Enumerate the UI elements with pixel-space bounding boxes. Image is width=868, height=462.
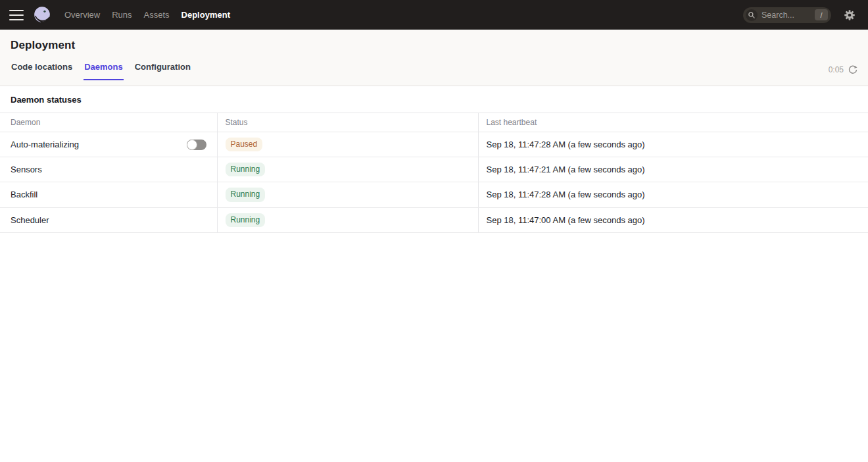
topbar: Overview Runs Assets Deployment /: [0, 0, 868, 30]
tab-code-locations[interactable]: Code locations: [11, 62, 73, 80]
search-input[interactable]: [761, 11, 815, 20]
search-box[interactable]: /: [743, 7, 831, 23]
refresh-area: 0:05: [829, 65, 857, 80]
daemon-name: Sensors: [11, 165, 42, 174]
table-header-row: Daemon Status Last heartbeat: [0, 113, 868, 132]
daemon-table: Daemon Status Last heartbeat Auto-materi…: [0, 113, 868, 233]
table-row: Scheduler Running Sep 18, 11:47:00 AM (a…: [0, 207, 868, 232]
nav-overview[interactable]: Overview: [63, 7, 101, 22]
tabs: Code locations Daemons Configuration: [11, 62, 191, 80]
section-heading: Daemon statuses: [0, 86, 868, 113]
tab-daemons[interactable]: Daemons: [84, 62, 124, 80]
refresh-countdown: 0:05: [829, 65, 844, 74]
toggle-switch[interactable]: [187, 140, 206, 150]
table-row: Backfill Running Sep 18, 11:47:28 AM (a …: [0, 182, 868, 207]
column-header-daemon: Daemon: [0, 113, 217, 132]
daemon-name: Backfill: [11, 190, 37, 199]
toggle-knob: [187, 140, 197, 150]
last-heartbeat: Sep 18, 11:47:28 AM (a few seconds ago): [478, 182, 868, 207]
column-header-last-heartbeat: Last heartbeat: [478, 113, 868, 132]
status-badge: Running: [226, 213, 266, 227]
last-heartbeat: Sep 18, 11:47:00 AM (a few seconds ago): [478, 207, 868, 232]
dagster-logo[interactable]: [33, 6, 51, 24]
column-header-status: Status: [217, 113, 478, 132]
nav-runs[interactable]: Runs: [110, 7, 133, 22]
gear-icon[interactable]: [843, 9, 856, 22]
status-badge: Running: [226, 163, 266, 176]
nav-assets[interactable]: Assets: [143, 7, 171, 22]
daemon-name: Scheduler: [11, 215, 49, 225]
refresh-icon[interactable]: [848, 65, 857, 74]
table-row: Auto-materializing Paused Sep 18, 11:47:…: [0, 132, 868, 157]
tab-configuration[interactable]: Configuration: [134, 62, 191, 80]
last-heartbeat: Sep 18, 11:47:21 AM (a few seconds ago): [478, 157, 868, 182]
last-heartbeat: Sep 18, 11:47:28 AM (a few seconds ago): [478, 132, 868, 157]
daemon-name: Auto-materializing: [11, 140, 79, 149]
search-icon: [746, 9, 758, 21]
status-badge: Running: [226, 188, 266, 201]
menu-icon[interactable]: [9, 10, 24, 20]
page-title: Deployment: [11, 39, 857, 52]
main-content: Daemon statuses Daemon Status Last heart…: [0, 86, 868, 233]
primary-nav: Overview Runs Assets Deployment: [63, 7, 231, 22]
table-row: Sensors Running Sep 18, 11:47:21 AM (a f…: [0, 157, 868, 182]
tabs-row: Code locations Daemons Configuration 0:0…: [11, 62, 857, 80]
dagster-logo-icon: [33, 6, 51, 24]
page-header: Deployment Code locations Daemons Config…: [0, 30, 868, 86]
slash-shortcut-badge: /: [815, 9, 828, 20]
nav-deployment[interactable]: Deployment: [180, 7, 231, 22]
status-badge: Paused: [226, 138, 263, 151]
